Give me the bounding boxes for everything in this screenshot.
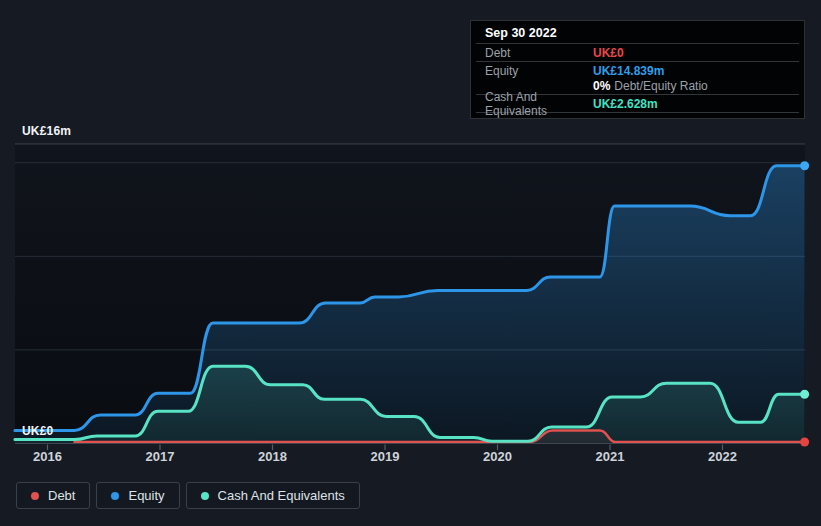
x-tick-label: 2019: [371, 449, 400, 464]
tooltip-equity-value: UK£14.839m: [593, 64, 664, 78]
marker-cash-and-equivalents: [800, 390, 809, 399]
legend-debt-label: Debt: [48, 488, 75, 503]
tooltip-equity-row: Equity UK£14.839m: [476, 63, 799, 78]
x-tick-label: 2022: [708, 449, 737, 464]
tooltip-cash-row: Cash And Equivalents UK£2.628m: [476, 95, 799, 113]
x-tick-label: 2018: [258, 449, 287, 464]
y-axis-zero-label: UK£0: [22, 424, 53, 438]
x-tick-label: 2020: [483, 449, 512, 464]
tooltip-debt-row: Debt UK£0: [476, 44, 799, 62]
tooltip-ratio-label: Debt/Equity Ratio: [614, 79, 707, 93]
y-axis-max-label: UK£16m: [22, 124, 71, 138]
tooltip-equity-label: Equity: [485, 64, 593, 78]
x-tick-label: 2017: [146, 449, 175, 464]
chart-legend: Debt Equity Cash And Equivalents: [16, 482, 360, 509]
cash-dot-icon: [201, 492, 209, 500]
legend-cash-label: Cash And Equivalents: [218, 488, 345, 503]
tooltip-ratio-value: 0%: [593, 79, 610, 93]
chart-tooltip: Sep 30 2022 Debt UK£0 Equity UK£14.839m …: [470, 20, 805, 119]
marker-equity: [800, 161, 809, 170]
tooltip-cash-value: UK£2.628m: [593, 97, 658, 111]
debt-dot-icon: [31, 492, 39, 500]
tooltip-debt-value: UK£0: [593, 46, 624, 60]
x-tick-label: 2016: [33, 449, 62, 464]
tooltip-date: Sep 30 2022: [476, 21, 799, 44]
tooltip-debt-label: Debt: [485, 46, 593, 60]
marker-debt: [800, 438, 809, 447]
x-tick-label: 2021: [596, 449, 625, 464]
tooltip-cash-label: Cash And Equivalents: [485, 90, 593, 118]
legend-equity-label: Equity: [128, 488, 164, 503]
legend-item-equity[interactable]: Equity: [96, 482, 179, 509]
debt-equity-history-chart: 2016201720182019202020212022 UK£16m UK£0…: [0, 0, 821, 526]
legend-item-cash[interactable]: Cash And Equivalents: [186, 482, 360, 509]
equity-dot-icon: [111, 492, 119, 500]
legend-item-debt[interactable]: Debt: [16, 482, 90, 509]
